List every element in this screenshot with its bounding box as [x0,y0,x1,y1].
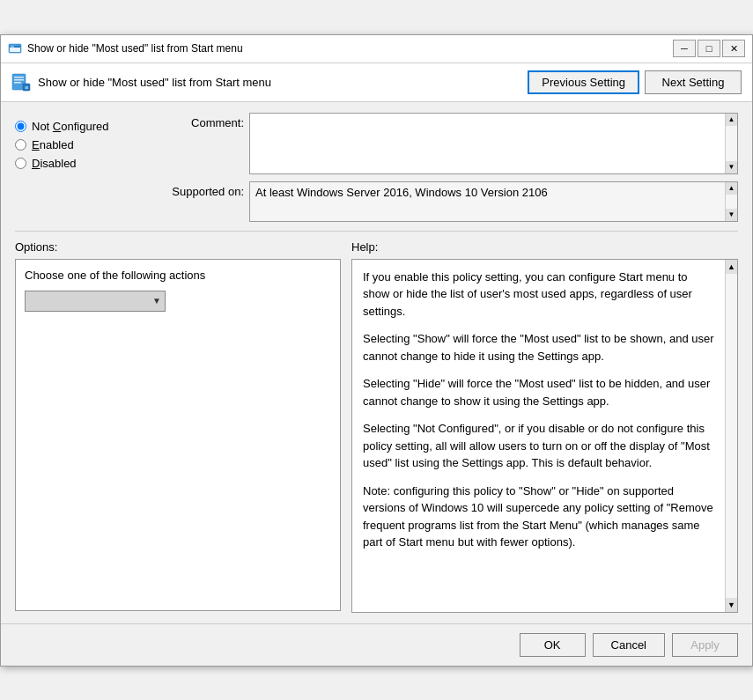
comment-scroll-down[interactable]: ▼ [726,161,737,173]
two-panel: Options: Choose one of the following act… [15,240,738,613]
enabled-label: Enabled [32,138,74,151]
help-scroll-down[interactable]: ▼ [726,598,737,612]
svg-rect-7 [14,79,24,81]
svg-rect-6 [14,77,24,78]
not-configured-label: Not Configured [32,120,108,133]
header-title: Show or hide "Most used" list from Start… [38,76,528,89]
navigation-buttons: Previous Setting Next Setting [528,70,742,94]
supported-scroll-wrapper: At least Windows Server 2016, Windows 10… [249,181,738,222]
config-row: Not Configured Enabled Disabled [15,113,738,222]
options-panel: Options: Choose one of the following act… [15,240,341,613]
window-icon [8,41,22,55]
svg-rect-8 [14,82,21,84]
svg-text:≡: ≡ [25,85,28,91]
help-para-4: Selecting "Not Configured", or if you di… [363,420,714,472]
options-description: Choose one of the following actions [25,269,331,282]
help-scroll-up[interactable]: ▲ [726,260,737,274]
comment-row: Comment: ▲ ▼ [156,113,738,174]
main-window: Show or hide "Most used" list from Start… [0,34,753,667]
comment-scroll-track [726,126,737,161]
not-configured-text: Not [32,120,53,133]
enabled-input[interactable] [15,139,26,151]
help-scroll-track [726,274,737,598]
supported-scroll-up[interactable]: ▲ [726,182,737,195]
maximize-button[interactable]: □ [698,40,720,57]
supported-value: At least Windows Server 2016, Windows 10… [250,182,725,221]
footer: OK Cancel Apply [1,623,752,666]
cancel-button[interactable]: Cancel [593,633,665,657]
comment-scroll-up[interactable]: ▲ [726,114,737,126]
next-setting-button[interactable]: Next Setting [645,70,742,94]
apply-button[interactable]: Apply [672,633,738,657]
title-bar: Show or hide "Most used" list from Start… [1,35,752,63]
comment-supported-area: Comment: ▲ ▼ Supported on: At least [156,113,738,222]
options-dropdown[interactable]: ▼ [25,291,166,312]
disabled-radio[interactable]: Disabled [15,157,156,170]
comment-textarea[interactable] [250,114,725,173]
supported-label: Supported on: [156,181,244,198]
help-para-3: Selecting "Hide" will force the "Most us… [363,375,714,409]
help-para-5: Note: configuring this policy to "Show" … [363,483,714,551]
not-configured-underline: C [53,120,61,133]
enabled-rest: nabled [40,138,74,151]
divider [15,231,738,232]
supported-scroll-track [726,195,737,209]
disabled-input[interactable] [15,158,26,169]
supported-scroll-down[interactable]: ▼ [726,209,737,221]
previous-setting-button[interactable]: Previous Setting [528,70,639,94]
options-box: Choose one of the following actions ▼ [15,259,341,611]
window-controls: ─ □ ✕ [673,40,745,57]
radio-group: Not Configured Enabled Disabled [15,113,156,170]
main-content: Not Configured Enabled Disabled [1,102,752,623]
policy-icon: ≡ [11,72,31,92]
disabled-rest: isabled [40,157,76,170]
supported-row: Supported on: At least Windows Server 20… [156,181,738,222]
help-para-2: Selecting "Show" will force the "Most us… [363,330,714,365]
help-panel: Help: If you enable this policy setting,… [351,240,738,613]
help-label: Help: [351,240,738,254]
comment-scrollbar: ▲ ▼ [725,114,737,173]
not-configured-rest: onfigured [61,120,108,133]
enabled-underline: E [32,138,40,151]
disabled-label: Disabled [32,157,77,170]
minimize-button[interactable]: ─ [673,40,696,57]
svg-point-4 [12,46,14,48]
ok-button[interactable]: OK [520,633,586,657]
options-label: Options: [15,240,341,254]
comment-scroll-wrapper: ▲ ▼ [249,113,738,174]
help-scroll-wrapper: If you enable this policy setting, you c… [351,259,738,613]
help-para-1: If you enable this policy setting, you c… [363,269,714,321]
not-configured-input[interactable] [15,121,26,132]
enabled-radio[interactable]: Enabled [15,138,156,151]
window-title: Show or hide "Most used" list from Start… [27,42,673,55]
disabled-underline: D [32,157,40,170]
comment-label: Comment: [156,113,244,129]
not-configured-radio[interactable]: Not Configured [15,120,156,133]
help-scrollbar: ▲ ▼ [725,260,737,612]
close-button[interactable]: ✕ [722,40,745,57]
dropdown-arrow-icon: ▼ [152,296,161,306]
help-content: If you enable this policy setting, you c… [352,260,725,612]
svg-point-3 [11,46,12,48]
header-bar: ≡ Show or hide "Most used" list from Sta… [1,63,752,102]
supported-scrollbar: ▲ ▼ [725,182,737,221]
